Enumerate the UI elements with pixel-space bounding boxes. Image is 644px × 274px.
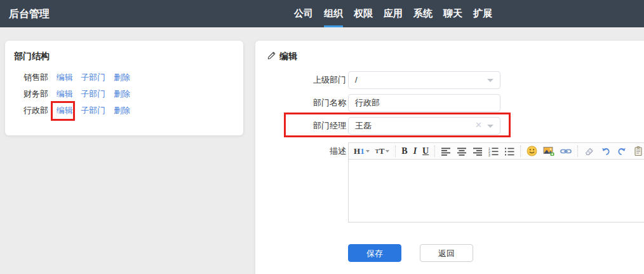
department-name-label: 部门名称 bbox=[255, 94, 346, 112]
remove-format-button[interactable] bbox=[584, 146, 594, 156]
department-manager-label: 部门经理 bbox=[255, 117, 346, 135]
edit-form-title: 编辑 bbox=[279, 51, 297, 62]
sub-department-link[interactable]: 子部门 bbox=[81, 89, 105, 99]
department-row-sales: 销售部 编辑 子部门 删除 bbox=[23, 69, 130, 86]
top-nav: 公司 组织 权限 应用 系统 聊天 扩展 bbox=[294, 0, 492, 27]
ordered-list-icon: 123 bbox=[488, 146, 499, 156]
department-structure-title: 部门结构 bbox=[14, 51, 50, 62]
parent-department-label: 上级部门 bbox=[255, 71, 346, 89]
department-name: 销售部 bbox=[23, 72, 48, 82]
nav-item-organization[interactable]: 组织 bbox=[324, 0, 343, 27]
delete-link[interactable]: 删除 bbox=[114, 106, 130, 115]
nav-item-company[interactable]: 公司 bbox=[294, 0, 313, 27]
delete-link[interactable]: 删除 bbox=[114, 89, 130, 99]
department-name-input[interactable] bbox=[348, 94, 500, 112]
clipboard-icon bbox=[633, 146, 643, 156]
unordered-list-icon bbox=[504, 146, 514, 156]
top-bar: 后台管理 公司 组织 权限 应用 系统 聊天 扩展 bbox=[0, 0, 644, 27]
department-list: 销售部 编辑 子部门 删除 财务部 编辑 子部门 删除 行政部 编辑 子部门 删… bbox=[23, 69, 130, 119]
redo-icon bbox=[617, 146, 627, 156]
edit-link[interactable]: 编辑 bbox=[57, 72, 73, 82]
insert-link-button[interactable] bbox=[560, 146, 572, 156]
align-left-icon bbox=[441, 146, 451, 156]
ordered-list-button[interactable]: 123 bbox=[488, 146, 499, 156]
nav-item-extensions[interactable]: 扩展 bbox=[473, 0, 492, 27]
nav-item-permissions[interactable]: 权限 bbox=[354, 0, 373, 27]
undo-icon bbox=[600, 146, 611, 156]
align-left-button[interactable] bbox=[441, 146, 451, 156]
department-row-finance: 财务部 编辑 子部门 删除 bbox=[23, 86, 130, 102]
sub-department-link[interactable]: 子部门 bbox=[81, 72, 105, 82]
redo-button[interactable] bbox=[617, 146, 627, 156]
nav-item-system[interactable]: 系统 bbox=[413, 0, 433, 27]
align-right-button[interactable] bbox=[473, 146, 483, 156]
department-row-admin: 行政部 编辑 子部门 删除 bbox=[23, 102, 130, 119]
department-name: 财务部 bbox=[23, 89, 48, 99]
italic-button[interactable]: I bbox=[413, 146, 417, 156]
department-manager-select-wrap: 王磊 ✕ bbox=[348, 117, 500, 135]
emoji-icon bbox=[527, 146, 537, 156]
toolbar-separator bbox=[577, 146, 578, 157]
edit-form-panel: 编辑 上级部门 / 部门名称 部门经理 王磊 ✕ 描述 H1 TT B I U bbox=[255, 41, 644, 274]
svg-text:3: 3 bbox=[488, 153, 490, 156]
nav-item-applications[interactable]: 应用 bbox=[384, 0, 403, 27]
description-editor-area[interactable] bbox=[348, 160, 644, 223]
paste-button[interactable] bbox=[633, 146, 643, 156]
align-center-icon bbox=[457, 146, 467, 156]
save-button[interactable]: 保存 bbox=[348, 244, 401, 262]
parent-department-select-wrap: / bbox=[348, 71, 500, 89]
parent-department-select[interactable]: / bbox=[348, 71, 500, 89]
department-structure-panel: 部门结构 销售部 编辑 子部门 删除 财务部 编辑 子部门 删除 行政部 编辑 … bbox=[5, 41, 243, 135]
pencil-icon bbox=[267, 51, 276, 62]
edit-link-highlighted[interactable]: 编辑 bbox=[57, 106, 73, 115]
toolbar-separator bbox=[395, 146, 396, 157]
underline-button[interactable]: U bbox=[422, 146, 429, 156]
unordered-list-button[interactable] bbox=[504, 146, 514, 156]
sub-department-link[interactable]: 子部门 bbox=[81, 106, 105, 115]
toolbar-separator bbox=[434, 146, 435, 157]
chevron-down-icon bbox=[386, 150, 389, 153]
department-name: 行政部 bbox=[23, 106, 48, 115]
edit-link[interactable]: 编辑 bbox=[57, 89, 73, 99]
insert-link-icon bbox=[560, 146, 572, 156]
emoji-button[interactable] bbox=[527, 146, 537, 156]
font-size-button[interactable]: TT bbox=[375, 146, 390, 156]
undo-button[interactable] bbox=[600, 146, 611, 156]
insert-image-button[interactable] bbox=[543, 146, 554, 156]
chevron-down-icon bbox=[487, 125, 493, 128]
delete-link[interactable]: 删除 bbox=[114, 72, 130, 82]
nav-item-chat[interactable]: 聊天 bbox=[443, 0, 462, 27]
chevron-down-icon bbox=[366, 150, 370, 153]
description-label: 描述 bbox=[255, 142, 346, 160]
align-center-button[interactable] bbox=[457, 146, 467, 156]
insert-image-icon bbox=[543, 146, 554, 156]
bold-button[interactable]: B bbox=[401, 146, 407, 156]
edit-form-header: 编辑 bbox=[267, 51, 297, 62]
back-button[interactable]: 返回 bbox=[420, 244, 473, 262]
toolbar-separator bbox=[520, 146, 521, 157]
align-right-icon bbox=[473, 146, 483, 156]
heading-button[interactable]: H1 bbox=[354, 146, 370, 156]
editor-toolbar: H1 TT B I U 123 bbox=[348, 142, 644, 160]
chevron-down-icon bbox=[487, 79, 493, 82]
eraser-icon bbox=[584, 146, 594, 156]
clear-icon[interactable]: ✕ bbox=[475, 117, 482, 134]
app-title: 后台管理 bbox=[9, 0, 50, 27]
